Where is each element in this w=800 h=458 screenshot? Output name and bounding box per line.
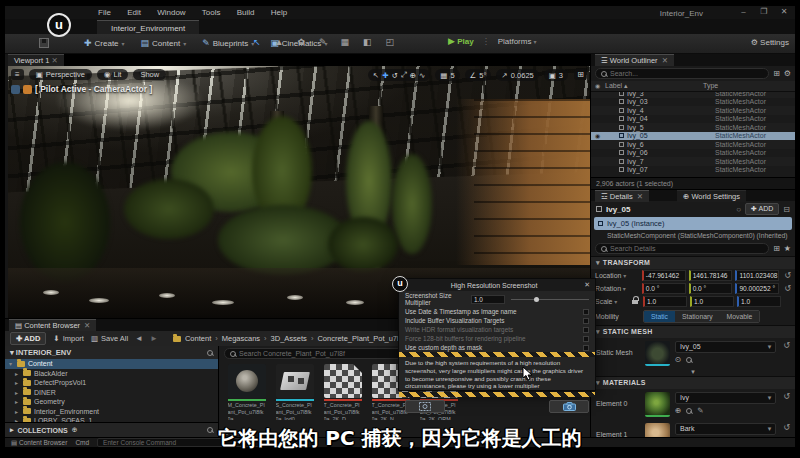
rotate-tool-icon[interactable]: ↺: [391, 71, 397, 80]
component-instance-row[interactable]: Ivy_05 (Instance): [594, 217, 792, 230]
tab-details[interactable]: ☲ Details✕: [595, 190, 649, 202]
mobility-static[interactable]: Static: [644, 311, 675, 322]
section-static-mesh[interactable]: ▾STATIC MESH: [591, 325, 795, 338]
capture-button[interactable]: [549, 400, 589, 413]
advanced-expander[interactable]: ▾: [591, 369, 795, 376]
sidebar-item-diner[interactable]: ▸DINER: [5, 388, 218, 398]
lit-button[interactable]: ◉Lit: [97, 69, 128, 80]
sidebar-item-geometry[interactable]: ▸Geometry: [5, 397, 218, 407]
table-row[interactable]: Ivy_6StaticMeshActor: [591, 140, 795, 149]
mobility-stationary[interactable]: Stationary: [675, 311, 720, 322]
save-all-button[interactable]: ▥Save All: [91, 334, 128, 343]
fracture-mode-icon[interactable]: ▦: [341, 37, 350, 47]
tab-viewport[interactable]: Viewport 1 ✕: [8, 54, 64, 66]
static-mesh-thumbnail[interactable]: [645, 341, 670, 366]
landscape-mode-icon[interactable]: ▲: [275, 37, 284, 47]
sidebar-item-defectprops[interactable]: ▸DefectPropsVol1: [5, 378, 218, 388]
table-row-selected[interactable]: ◉Ivy_05StaticMeshActor: [591, 132, 795, 141]
lock-icon[interactable]: [632, 299, 639, 305]
dialog-titlebar[interactable]: u High Resolution Screenshot ✕: [399, 279, 595, 291]
slider-handle[interactable]: [534, 297, 539, 302]
camera-speed-control[interactable]: ↗0.0625: [496, 69, 538, 81]
animation-mode-icon[interactable]: ◰: [386, 37, 395, 47]
back-icon[interactable]: ◄: [135, 334, 143, 343]
sidebar-item-interior-environment[interactable]: ▸Interior_Environment: [5, 407, 218, 417]
scale-label[interactable]: Scale: [595, 298, 629, 305]
custom-depth-checkbox[interactable]: [583, 345, 589, 351]
section-materials[interactable]: ▾MATERIALS: [591, 376, 795, 389]
sidebar-item-content[interactable]: ▾Content: [5, 359, 218, 369]
close-icon[interactable]: ✕: [584, 281, 590, 289]
location-y-field[interactable]: 1461.78146: [689, 270, 733, 281]
foliage-mode-icon[interactable]: ✿: [297, 37, 305, 47]
location-label[interactable]: Location: [595, 272, 639, 279]
select-tool-icon[interactable]: ↖: [373, 71, 379, 80]
favorites-icon[interactable]: ★: [784, 244, 791, 253]
menu-tools[interactable]: Tools: [195, 6, 228, 19]
use-selected-icon[interactable]: ⊕: [675, 406, 681, 415]
asset-tile-material[interactable]: M_Concrete_Plant_Pot_u7l8fk0a: [225, 364, 268, 420]
platforms-button[interactable]: Platforms: [498, 37, 537, 46]
asset-tile-texture[interactable]: T_Concrete_Plant_Pot_u7l8fk0a_2K_D: [321, 364, 364, 420]
sidebar-item-blackalder[interactable]: ▸BlackAlder: [5, 369, 218, 379]
table-row[interactable]: Ivy_4StaticMeshActor: [591, 106, 795, 115]
hdr-checkbox[interactable]: [583, 327, 589, 333]
static-mesh-dropdown[interactable]: Ivy_05▾: [675, 341, 776, 353]
search-icon[interactable]: [207, 350, 213, 356]
scale-y-field[interactable]: 1.0: [690, 296, 734, 307]
rotation-x-field[interactable]: 0.0 °: [642, 283, 686, 294]
tree-root-label[interactable]: ▾ INTERIOR_ENV: [10, 348, 71, 357]
play-button[interactable]: ▶ Play: [448, 36, 474, 46]
info-icon[interactable]: ○: [736, 205, 741, 214]
table-row[interactable]: Ivy_7StaticMeshActor: [591, 157, 795, 166]
viewport-options-icon[interactable]: ≡: [11, 69, 24, 80]
minimize-button[interactable]: –: [735, 7, 753, 16]
add-component-button[interactable]: ✚ ADD: [745, 203, 779, 215]
rotation-y-field[interactable]: 0.0 °: [689, 283, 733, 294]
reset-icon[interactable]: ↺: [783, 341, 790, 350]
reset-icon[interactable]: ↺: [784, 284, 791, 293]
menu-edit[interactable]: Edit: [120, 6, 148, 19]
content-button[interactable]: ▤Content: [136, 36, 192, 50]
display-filter-icon[interactable]: ⊞: [773, 244, 780, 253]
timestamp-checkbox[interactable]: [583, 309, 589, 315]
buffer-targets-checkbox[interactable]: [583, 318, 589, 324]
edit-material-icon[interactable]: ✎: [697, 406, 703, 415]
asset-tile-mesh[interactable]: S_Concrete_Plant_Pot_u7l8fk0a_lod0: [273, 364, 316, 420]
menu-build[interactable]: Build: [230, 6, 262, 19]
multiplier-field[interactable]: 1.0: [471, 295, 505, 304]
maximize-button[interactable]: ❐: [755, 7, 773, 16]
scale-x-field[interactable]: 1.0: [643, 296, 687, 307]
select-mode-icon[interactable]: ↖: [253, 37, 261, 47]
specify-region-button[interactable]: [405, 400, 445, 413]
browse-icon[interactable]: [686, 357, 692, 363]
table-row[interactable]: Ivy_04StaticMeshActor: [591, 115, 795, 124]
column-type[interactable]: Type: [703, 82, 718, 90]
mobility-movable[interactable]: Movable: [720, 311, 760, 322]
column-label[interactable]: Label ▴: [605, 82, 703, 90]
rotation-label[interactable]: Rotation: [595, 285, 639, 292]
section-transform[interactable]: ▾TRANSFORM: [591, 256, 795, 269]
reset-icon[interactable]: ↺: [783, 392, 790, 401]
move-tool-icon[interactable]: ✚: [382, 71, 388, 80]
scale-z-field[interactable]: 1.0: [737, 296, 781, 307]
blueprint-convert-icon[interactable]: ⊟: [783, 205, 790, 214]
camera-pilot-icon[interactable]: [23, 85, 32, 94]
tab-content-browser[interactable]: ▤ Content Browser✕: [9, 319, 96, 331]
settings-button[interactable]: ⚙ Settings: [751, 38, 789, 47]
tab-world-settings[interactable]: ⊕ World Settings: [677, 190, 746, 202]
new-folder-icon[interactable]: ⊞: [773, 69, 780, 78]
blueprints-button[interactable]: ✎Blueprints: [197, 36, 259, 50]
create-button[interactable]: ✚Create: [79, 36, 130, 50]
breadcrumb-3d-assets[interactable]: 3D_Assets: [271, 334, 307, 343]
multiplier-slider[interactable]: [511, 299, 589, 300]
forward-icon[interactable]: ►: [150, 334, 158, 343]
save-icon[interactable]: [39, 38, 49, 48]
material-ivy-thumbnail[interactable]: [645, 392, 670, 417]
browse-icon[interactable]: [686, 408, 692, 414]
details-search-input[interactable]: Search Details: [595, 243, 769, 254]
angle-snap-control[interactable]: ∠5°: [465, 69, 492, 81]
table-row[interactable]: Ivy_03StaticMeshActor: [591, 98, 795, 107]
breadcrumb-content[interactable]: Content: [185, 334, 211, 343]
paint-mode-icon[interactable]: ✎: [319, 37, 327, 47]
